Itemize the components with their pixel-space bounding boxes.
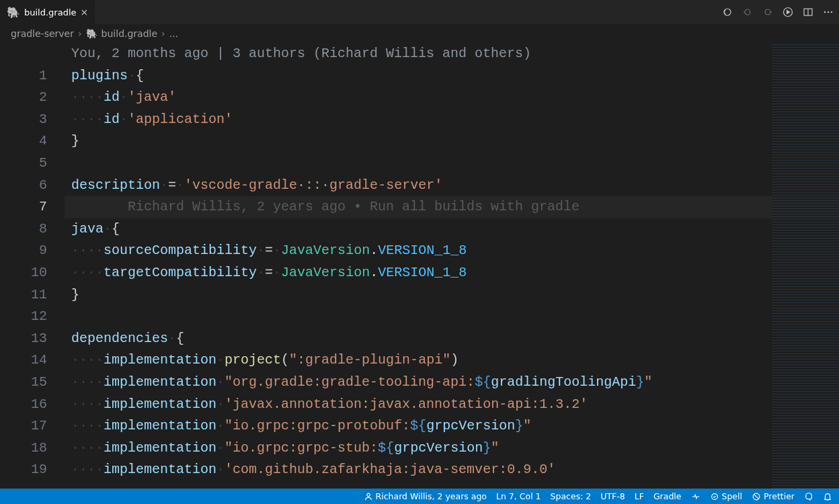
svg-point-2 (765, 9, 770, 15)
blame-annotation: You, 2 months ago | 3 authors (Richard W… (65, 43, 839, 65)
code-line[interactable]: ····implementation·"io.grpc:grpc-stub:${… (65, 437, 839, 460)
gutter: 12345678910111213141516171819 (0, 43, 65, 489)
status-spell[interactable]: Spell (710, 491, 743, 501)
breadcrumbs[interactable]: gradle-server › 🐘 build.gradle › ... (0, 24, 839, 43)
chevron-right-icon: › (161, 28, 165, 39)
code-line[interactable]: ····implementation·"org.gradle:gradle-to… (65, 372, 839, 394)
svg-point-8 (366, 493, 369, 496)
status-prettier[interactable]: Prettier (752, 491, 795, 501)
tab-bar: 🐘 build.gradle × (0, 0, 839, 24)
breadcrumb-file[interactable]: build.gradle (102, 28, 158, 39)
code-line[interactable]: ····id·'application' (65, 109, 839, 131)
gradle-icon: 🐘 (86, 28, 97, 39)
code-line[interactable]: } (65, 284, 839, 306)
status-blame[interactable]: Richard Willis, 2 years ago (364, 491, 487, 501)
code-area[interactable]: You, 2 months ago | 3 authors (Richard W… (65, 43, 839, 489)
status-bell-icon[interactable] (823, 492, 832, 501)
code-line[interactable]: ····targetCompatibility·=·JavaVersion.VE… (65, 262, 839, 284)
go-back-icon[interactable] (722, 7, 733, 17)
split-editor-icon[interactable] (803, 7, 813, 17)
code-line[interactable]: description·=·'vscode-gradle·::·gradle-s… (65, 175, 839, 197)
chevron-right-icon: › (78, 28, 82, 39)
gradle-icon: 🐘 (7, 6, 20, 19)
code-line[interactable]: Richard Willis, 2 years ago • Run all bu… (65, 196, 839, 218)
status-encoding[interactable]: UTF-8 (600, 491, 625, 501)
status-bar: Richard Willis, 2 years ago Ln 7, Col 1 … (0, 489, 839, 504)
code-line[interactable]: ····id·'java' (65, 87, 839, 109)
status-feedback-smiley[interactable] (804, 492, 813, 501)
tab-build-gradle[interactable]: 🐘 build.gradle × (0, 0, 95, 24)
code-line[interactable] (65, 306, 839, 328)
tabs: 🐘 build.gradle × (0, 0, 95, 24)
code-line[interactable]: dependencies·{ (65, 328, 839, 350)
inline-blame: Richard Willis, 2 years ago • Run all bu… (71, 199, 580, 214)
svg-point-9 (711, 493, 717, 499)
editor[interactable]: 12345678910111213141516171819 You, 2 mon… (0, 43, 839, 489)
status-language[interactable]: Gradle (653, 491, 682, 501)
code-line[interactable]: ····sourceCompatibility·=·JavaVersion.VE… (65, 240, 839, 262)
prev-change-icon[interactable] (742, 7, 753, 17)
svg-point-5 (824, 11, 826, 13)
svg-point-0 (724, 9, 731, 15)
svg-point-1 (745, 9, 750, 15)
status-cursor[interactable]: Ln 7, Col 1 (496, 491, 541, 501)
code-line[interactable]: } (65, 130, 839, 153)
tab-actions (717, 0, 839, 24)
code-line[interactable]: ····implementation·"io.grpc:grpc-protobu… (65, 415, 839, 437)
tab-title: build.gradle (24, 7, 77, 17)
code-line[interactable]: plugins·{ (65, 65, 839, 87)
code-line[interactable]: java·{ (65, 218, 839, 241)
run-icon[interactable] (783, 7, 793, 17)
svg-point-7 (831, 11, 832, 13)
code-line[interactable]: ····implementation·'javax.annotation:jav… (65, 394, 839, 416)
next-change-icon[interactable] (762, 7, 773, 17)
breadcrumb-folder[interactable]: gradle-server (11, 28, 74, 39)
close-icon[interactable]: × (81, 7, 89, 17)
status-indent[interactable]: Spaces: 2 (551, 491, 592, 501)
code-line[interactable] (65, 153, 839, 175)
code-line[interactable]: ····implementation·project(":gradle-plug… (65, 349, 839, 372)
status-eol[interactable]: LF (635, 491, 644, 501)
breadcrumb-more[interactable]: ... (169, 28, 178, 39)
svg-point-6 (828, 11, 829, 13)
minimap[interactable] (772, 43, 839, 489)
status-feedback[interactable] (691, 492, 701, 501)
code-line[interactable]: ····implementation·'com.github.zafarkhaj… (65, 459, 839, 481)
more-actions-icon[interactable] (823, 7, 834, 17)
